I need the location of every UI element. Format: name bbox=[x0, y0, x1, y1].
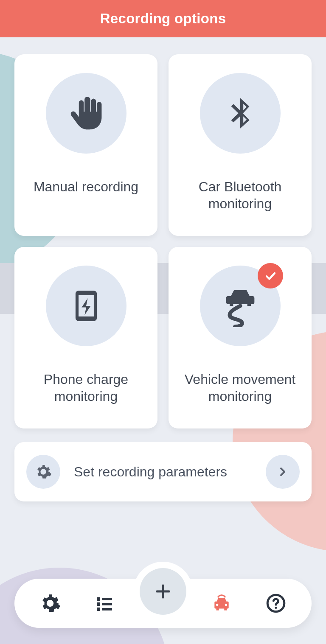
option-card-bluetooth[interactable]: Car Bluetooth monitoring bbox=[169, 54, 312, 236]
gear-icon bbox=[39, 592, 61, 614]
svg-rect-1 bbox=[102, 598, 112, 600]
plus-icon bbox=[153, 581, 173, 602]
page-title: Recording options bbox=[0, 0, 326, 37]
svg-rect-2 bbox=[97, 602, 100, 606]
svg-point-7 bbox=[275, 607, 277, 609]
option-card-movement[interactable]: Vehicle movement monitoring bbox=[169, 247, 312, 428]
check-icon bbox=[258, 263, 283, 288]
option-label: Phone charge monitoring bbox=[23, 371, 149, 405]
nav-vehicle[interactable] bbox=[202, 584, 241, 622]
gear-icon bbox=[26, 455, 60, 489]
help-icon bbox=[265, 593, 287, 614]
list-icon bbox=[94, 593, 115, 613]
nav-add-wrap bbox=[133, 562, 193, 621]
option-label: Car Bluetooth monitoring bbox=[177, 178, 303, 212]
option-label: Manual recording bbox=[34, 178, 138, 195]
option-label: Vehicle movement monitoring bbox=[177, 371, 303, 405]
params-label: Set recording parameters bbox=[74, 464, 252, 480]
phone-charge-icon bbox=[46, 266, 126, 346]
nav-list[interactable] bbox=[85, 584, 124, 622]
set-recording-parameters[interactable]: Set recording parameters bbox=[14, 442, 312, 501]
nav-add-button[interactable] bbox=[140, 568, 186, 615]
chevron-right-icon bbox=[266, 455, 300, 489]
car-icon bbox=[211, 593, 232, 614]
svg-rect-5 bbox=[102, 608, 112, 610]
svg-rect-4 bbox=[97, 608, 100, 611]
hand-icon bbox=[46, 73, 126, 154]
nav-help[interactable] bbox=[257, 584, 295, 622]
vehicle-movement-icon bbox=[200, 266, 281, 346]
option-card-manual[interactable]: Manual recording bbox=[14, 54, 157, 236]
bluetooth-icon bbox=[200, 73, 281, 154]
nav-settings[interactable] bbox=[31, 584, 69, 622]
svg-rect-3 bbox=[102, 603, 112, 605]
bottom-nav bbox=[14, 579, 312, 628]
option-card-charge[interactable]: Phone charge monitoring bbox=[14, 247, 157, 428]
svg-rect-0 bbox=[97, 597, 100, 601]
